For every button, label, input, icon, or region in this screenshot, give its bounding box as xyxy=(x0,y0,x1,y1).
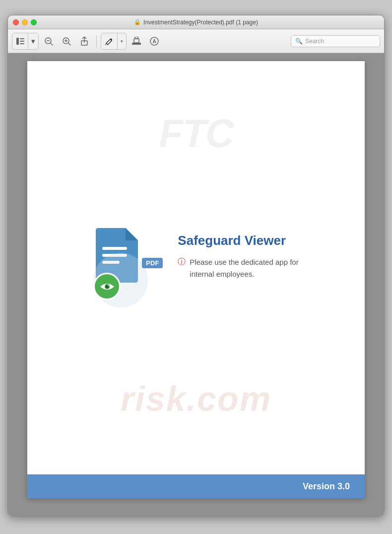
svg-rect-15 xyxy=(134,39,139,43)
minimize-button[interactable] xyxy=(22,19,28,25)
pdf-page: FTC risk.com xyxy=(27,61,365,498)
svg-rect-3 xyxy=(20,43,24,44)
pdf-badge: PDF xyxy=(142,258,163,268)
stamp-icon xyxy=(131,37,141,46)
svg-rect-0 xyxy=(16,38,19,45)
version-text: Version 3.0 xyxy=(303,481,350,492)
logo-container: PDF xyxy=(93,228,163,307)
sidebar-toggle-group: ▾ xyxy=(12,33,39,50)
zoom-in-button[interactable] xyxy=(59,33,74,49)
lock-icon: 🔒 xyxy=(134,19,141,25)
share-button[interactable] xyxy=(76,33,92,49)
sidebar-icon xyxy=(16,38,24,45)
version-footer: Version 3.0 xyxy=(27,474,365,498)
window-title: 🔒 InvestmentStrategy(Protected).pdf (1 p… xyxy=(134,19,258,26)
svg-rect-19 xyxy=(102,247,127,250)
title-bar: 🔒 InvestmentStrategy(Protected).pdf (1 p… xyxy=(8,15,384,29)
pen-tool-button[interactable] xyxy=(101,33,117,49)
close-button[interactable] xyxy=(13,19,19,25)
svg-line-6 xyxy=(51,43,53,45)
svg-rect-16 xyxy=(135,37,138,39)
eye-badge xyxy=(93,273,121,300)
pen-icon xyxy=(105,37,113,45)
svg-line-13 xyxy=(105,43,106,45)
eye-icon xyxy=(100,282,115,292)
message-text: Please use the dedicated app for interna… xyxy=(190,256,298,280)
search-input[interactable] xyxy=(305,38,376,45)
app-title: Safeguard Viewer xyxy=(178,233,298,248)
pen-tool-chevron[interactable]: ▾ xyxy=(117,33,126,49)
message-row: ⓘ Please use the dedicated app for inter… xyxy=(178,256,298,280)
search-icon: 🔍 xyxy=(295,38,303,45)
toolbar: ▾ xyxy=(8,29,384,53)
stamp-button[interactable] xyxy=(129,33,144,49)
sidebar-chevron-button[interactable]: ▾ xyxy=(28,33,38,49)
zoom-out-button[interactable] xyxy=(41,33,57,49)
app-window: 🔒 InvestmentStrategy(Protected).pdf (1 p… xyxy=(7,15,385,517)
title-text: InvestmentStrategy(Protected).pdf (1 pag… xyxy=(143,19,258,26)
svg-rect-1 xyxy=(20,38,24,39)
share-icon xyxy=(80,37,88,46)
search-box[interactable]: 🔍 xyxy=(291,35,380,47)
svg-line-10 xyxy=(68,43,70,45)
pdf-viewer-area: FTC risk.com xyxy=(8,53,384,516)
sidebar-toggle-button[interactable] xyxy=(12,33,28,49)
toolbar-separator-1 xyxy=(96,35,97,47)
maximize-button[interactable] xyxy=(31,19,37,25)
message-line1: Please use the dedicated app for xyxy=(190,256,298,268)
chevron-down-icon: ▾ xyxy=(31,37,35,46)
text-annotation-icon: A xyxy=(150,37,159,46)
pdf-content: PDF Safeguard Viewer ⓘ Please use the de… xyxy=(27,61,365,474)
svg-text:A: A xyxy=(152,39,156,44)
zoom-in-icon xyxy=(62,37,71,46)
traffic-lights xyxy=(13,19,37,25)
svg-point-24 xyxy=(108,285,109,286)
message-line2: internal employees. xyxy=(190,268,298,280)
content-text: Safeguard Viewer ⓘ Please use the dedica… xyxy=(178,228,298,280)
text-annotation-button[interactable]: A xyxy=(146,33,162,49)
zoom-out-icon xyxy=(44,37,53,46)
content-card: PDF Safeguard Viewer ⓘ Please use the de… xyxy=(93,228,298,307)
svg-rect-2 xyxy=(20,41,24,42)
error-icon: ⓘ xyxy=(178,257,186,267)
annotation-group: ▾ xyxy=(101,33,127,50)
